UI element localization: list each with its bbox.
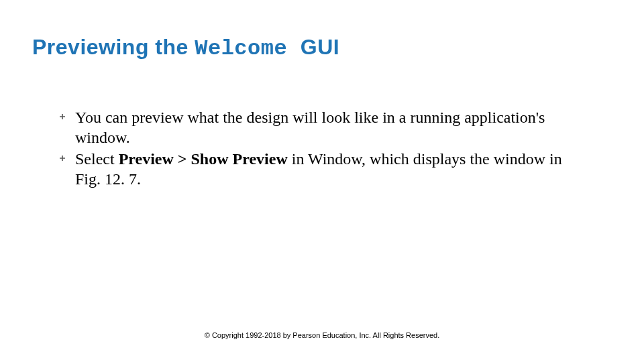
copyright-footer: © Copyright 1992-2018 by Pearson Educati… bbox=[0, 331, 644, 339]
slide: Previewing the Welcome GUI You can previ… bbox=[0, 0, 644, 362]
slide-title: Previewing the Welcome GUI bbox=[32, 35, 612, 61]
bullet-text-segment: You can preview what the design will loo… bbox=[75, 109, 545, 146]
title-part-3: GUI bbox=[301, 35, 339, 59]
bullet-text-segment: Preview > Show Preview bbox=[119, 150, 288, 168]
bullet-text-segment: Select bbox=[75, 150, 119, 168]
bullet-item: Select Preview > Show Preview in Window,… bbox=[59, 149, 585, 189]
title-part-2: Welcome bbox=[195, 36, 301, 61]
title-part-1: Previewing the bbox=[32, 35, 195, 59]
slide-body: You can preview what the design will loo… bbox=[59, 107, 585, 190]
bullet-item: You can preview what the design will loo… bbox=[59, 107, 585, 147]
